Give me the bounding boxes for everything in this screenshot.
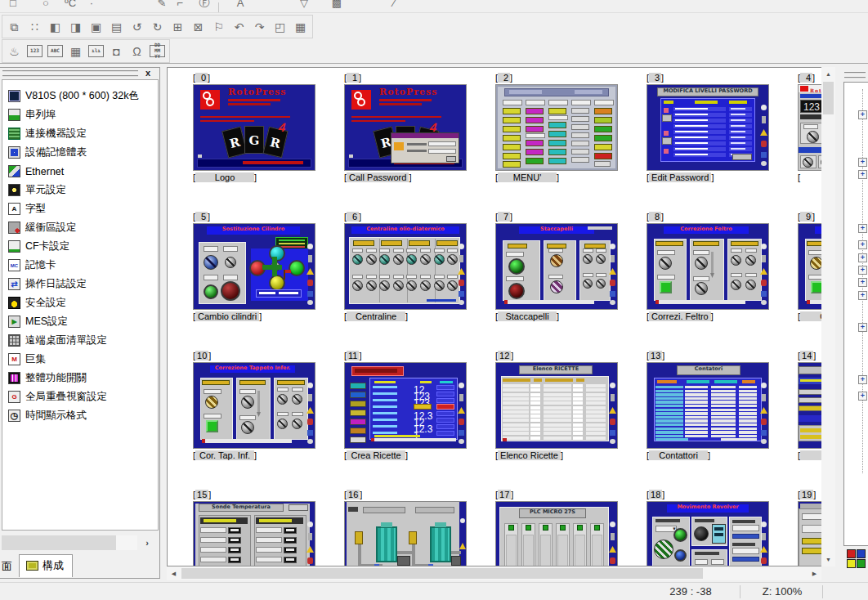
tree-expand-button[interactable]: + <box>858 110 867 119</box>
tree-item-global-function[interactable]: 整體功能開關 <box>2 369 158 387</box>
screen-thumbnail[interactable]: Staccapelli <box>495 223 618 310</box>
tree-item-cf-card[interactable]: CF卡設定 <box>2 237 158 256</box>
tree-item-v810s-device[interactable]: V810S (800 * 600) 32k色 <box>2 87 158 105</box>
sidebar-hscroll-right-icon[interactable]: › <box>139 535 155 550</box>
screen-thumbnail[interactable] <box>495 84 618 171</box>
tree-expand-button[interactable]: + <box>858 323 867 332</box>
line-tool-icon[interactable]: ∕ <box>386 0 402 11</box>
tree-item-plc-connection[interactable]: 連接機器設定 <box>2 124 158 143</box>
text-tool-icon[interactable]: A <box>232 0 248 11</box>
redo-icon[interactable]: ↷ <box>249 17 270 37</box>
scroll-down-icon[interactable]: ▼ <box>821 553 835 566</box>
ellipse-tool-icon[interactable]: ○ <box>38 0 54 11</box>
tree-item-macro[interactable]: M巨集 <box>2 350 158 369</box>
tree-item-memory-card[interactable]: MC記憶卡 <box>2 256 158 275</box>
polygon-tool-icon[interactable]: ▽ <box>296 0 312 11</box>
pen-tool-icon[interactable]: ✎ <box>154 0 170 11</box>
rotate-cw-icon[interactable]: ↻ <box>147 17 168 37</box>
tree-expand-button[interactable]: + <box>858 158 867 167</box>
screen-thumbnail[interactable] <box>798 501 821 566</box>
tab-screen-partial[interactable]: 面 <box>0 556 14 577</box>
graph-icon[interactable]: ılı <box>88 45 104 57</box>
tree-expand-button[interactable]: + <box>858 278 867 287</box>
screen-thumbnail[interactable] <box>344 501 467 566</box>
panel-drag-grip[interactable] <box>844 72 866 78</box>
tree-expand-button[interactable]: + <box>858 266 867 275</box>
ungroup-icon[interactable]: ◨ <box>65 17 86 37</box>
tree-expand-button[interactable]: + <box>858 170 867 179</box>
tree-expand-button[interactable]: + <box>858 240 867 249</box>
frame-edit-alt-icon[interactable]: ▤ <box>106 17 127 37</box>
degree-text-icon[interactable]: ºC <box>62 0 78 11</box>
screen-thumbnail[interactable]: MODIFICA LIVELLI PASSWORD <box>647 84 769 171</box>
main-vscroll-thumb[interactable] <box>823 82 834 114</box>
connector-icon[interactable]: ◘ <box>106 42 127 61</box>
tree-item-device-memory[interactable]: 設備記憶體表 <box>2 143 158 162</box>
swap-objects-alt-icon[interactable]: ⊠ <box>188 17 208 37</box>
main-hscroll-thumb[interactable] <box>181 568 703 579</box>
sidebar-hscroll-thumb[interactable] <box>2 535 116 550</box>
tree-expand-button[interactable]: + <box>858 392 867 401</box>
screen-thumbnail[interactable]: RotoPress123 <box>798 84 821 171</box>
copy-object-icon[interactable]: ⧉ <box>4 17 25 37</box>
object-editor-icon[interactable]: ▦ <box>290 17 311 37</box>
tree-item-time-format[interactable]: ◷時間顯示格式 <box>2 406 158 425</box>
bracket-tool-icon[interactable]: ⌐ <box>172 0 188 11</box>
sidebar-hscrollbar[interactable] <box>2 535 137 550</box>
stamp-tool-icon[interactable]: ▩ <box>329 0 345 11</box>
screen-thumbnail[interactable]: Contatori <box>647 362 769 449</box>
screen-thumbnail[interactable]: PLC MICRO 27S <box>495 501 618 566</box>
tab-composition[interactable]: 構成 <box>19 554 73 577</box>
screen-thumbnail[interactable]: Sostituzione Cilindro <box>193 223 315 310</box>
tree-item-operation-log[interactable]: ⇄操作日誌設定 <box>2 275 158 293</box>
tree-item-buffer-settings[interactable]: 緩衝區設定 <box>2 218 158 237</box>
function-tool-icon[interactable]: Ⓕ <box>196 0 213 11</box>
tree-expand-button[interactable]: + <box>858 253 867 262</box>
keypad-icon[interactable]: ▦ <box>65 42 86 61</box>
multi-copy-icon[interactable]: ∷ <box>25 17 45 37</box>
tree-item-ethernet[interactable]: Ethernet <box>2 162 158 181</box>
main-vscrollbar[interactable] <box>821 67 835 566</box>
date-display-icon[interactable]: DD MM YY <box>150 45 165 57</box>
frame-edit-icon[interactable]: ▣ <box>86 17 106 37</box>
pin-icon[interactable]: ⚐ <box>208 17 229 37</box>
alarm-bell-icon[interactable]: Ω <box>127 42 147 61</box>
screen-thumbnail[interactable] <box>798 362 821 449</box>
scroll-right-icon[interactable]: ▶ <box>808 566 821 580</box>
tree-expand-button[interactable]: + <box>858 291 867 300</box>
screen-thumbnail[interactable]: Correzione Tappeto Infer. <box>193 362 315 449</box>
tree-item-font[interactable]: A字型 <box>2 199 158 218</box>
tree-item-mes[interactable]: ▶MES設定 <box>2 312 158 331</box>
group-icon[interactable]: ◧ <box>45 17 65 37</box>
screen-thumbnail[interactable]: Sonde Temperatura <box>193 501 315 566</box>
tree-item-security[interactable]: 安全設定 <box>2 293 158 312</box>
tree-item-unit-settings[interactable]: 單元設定 <box>2 181 158 199</box>
screen-thumbnail[interactable]: Elenco RICETTE <box>495 362 618 449</box>
tree-item-remote-desktop[interactable]: 遠端桌面清單設定 <box>2 331 158 350</box>
scroll-left-icon[interactable]: ◀ <box>167 566 181 580</box>
undo-icon[interactable]: ↶ <box>229 17 249 37</box>
tree-expand-button[interactable]: + <box>858 224 867 233</box>
rotate-ccw-icon[interactable]: ↺ <box>127 17 147 37</box>
numeric-display-icon[interactable]: 123 <box>27 45 43 57</box>
tree-expand-button[interactable]: + <box>858 375 867 384</box>
screen-thumbnail[interactable]: Movimento Revolver▼ <box>647 501 769 566</box>
sidebar-drag-grip[interactable] <box>2 70 138 77</box>
tree-item-global-overlap[interactable]: G全局重疊視窗設定 <box>2 387 158 406</box>
rect-tool-icon[interactable]: □ <box>5 0 21 11</box>
screen-thumbnail[interactable]: RotoPressRGR4 <box>344 84 467 171</box>
screen-thumbnail[interactable]: 1212312312.31212.31 <box>344 362 467 449</box>
dot-tool-icon[interactable]: · <box>83 0 100 11</box>
screen-thumbnail[interactable]: Correzione Feltro <box>647 223 769 310</box>
text-display-icon[interactable]: ABC <box>47 45 63 57</box>
screen-thumbnail[interactable]: Centraline olio-diatermico <box>344 223 467 310</box>
machine-part-icon[interactable]: ♨ <box>4 42 25 61</box>
close-icon[interactable]: x <box>141 68 154 79</box>
scroll-up-icon[interactable]: ▲ <box>821 67 835 81</box>
tree-item-serial-port[interactable]: 串列埠 <box>2 105 158 124</box>
color-palette-icon[interactable] <box>847 549 866 569</box>
swap-objects-icon[interactable]: ⊞ <box>168 17 188 37</box>
screen-thumbnail[interactable]: Correzione <box>798 223 821 310</box>
select-object-icon[interactable]: ◰ <box>270 17 290 37</box>
screen-thumbnail[interactable]: RotoPressRGR4 <box>193 84 315 171</box>
